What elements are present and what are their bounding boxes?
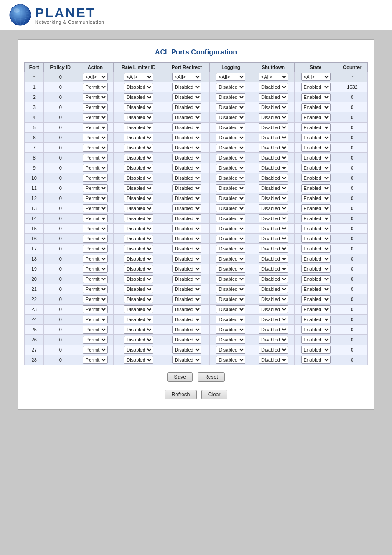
state-cell[interactable]: EnabledDisabled <box>295 123 337 133</box>
redirect-select[interactable]: Disabled <box>172 113 201 121</box>
redirect-cell[interactable]: Disabled <box>164 234 209 244</box>
shutdown-select[interactable]: Disabled <box>259 255 288 263</box>
logging-cell[interactable]: Disabled <box>210 305 252 315</box>
state-select[interactable]: EnabledDisabled <box>301 113 331 121</box>
state-cell[interactable]: EnabledDisabled <box>295 345 337 355</box>
state-cell[interactable]: EnabledDisabled <box>295 193 337 203</box>
action-cell[interactable]: PermitDeny <box>77 82 114 92</box>
redirect-cell[interactable]: Disabled <box>164 284 209 294</box>
shutdown-select[interactable]: Disabled <box>259 174 288 182</box>
redirect-select[interactable]: Disabled <box>172 265 201 273</box>
redirect-cell[interactable]: Disabled <box>164 102 209 112</box>
redirect-cell[interactable]: Disabled <box>164 335 209 345</box>
action-cell[interactable]: PermitDeny <box>77 274 114 284</box>
action-cell[interactable]: PermitDeny <box>77 153 114 163</box>
logging-select[interactable]: Disabled <box>216 144 245 152</box>
state-cell[interactable]: EnabledDisabled <box>295 143 337 153</box>
action-select[interactable]: PermitDeny <box>83 194 108 202</box>
state-cell[interactable]: EnabledDisabled <box>295 305 337 315</box>
state-cell[interactable]: EnabledDisabled <box>295 325 337 335</box>
logging-select[interactable]: Disabled <box>216 225 245 232</box>
logging-cell[interactable]: Disabled <box>210 254 252 264</box>
clear-button[interactable]: Clear <box>201 390 227 399</box>
logging-select[interactable]: Disabled <box>216 336 245 344</box>
state-select[interactable]: EnabledDisabled <box>301 123 331 131</box>
shutdown-cell[interactable]: Disabled <box>252 102 295 112</box>
logging-select[interactable]: Disabled <box>216 275 245 283</box>
redirect-cell[interactable]: Disabled <box>164 244 209 254</box>
action-select[interactable]: PermitDeny <box>83 316 108 323</box>
redirect-cell[interactable]: Disabled <box>164 274 209 284</box>
logging-cell[interactable]: Disabled <box>210 102 252 112</box>
state-select[interactable]: EnabledDisabled <box>301 83 331 91</box>
action-cell[interactable]: PermitDeny <box>77 254 114 264</box>
shutdown-cell[interactable]: Disabled <box>252 284 295 294</box>
shutdown-select[interactable]: Disabled <box>259 245 288 253</box>
action-select[interactable]: PermitDeny <box>83 275 108 283</box>
shutdown-select[interactable]: Disabled <box>259 194 288 202</box>
shutdown-select[interactable]: Disabled <box>259 275 288 283</box>
logging-select[interactable]: Disabled <box>216 154 245 162</box>
action-cell[interactable]: PermitDeny <box>77 224 114 234</box>
state-cell[interactable]: EnabledDisabled <box>295 335 337 345</box>
rate-select[interactable]: Disabled <box>124 83 153 91</box>
rate-select[interactable]: Disabled <box>124 184 153 192</box>
logging-cell[interactable]: Disabled <box>210 214 252 224</box>
state-select[interactable]: EnabledDisabled <box>301 305 331 313</box>
shutdown-cell[interactable]: Disabled <box>252 193 295 203</box>
rate-cell[interactable]: Disabled <box>113 123 164 133</box>
star-redirect[interactable]: <All>Disabled <box>164 72 209 82</box>
rate-select[interactable]: Disabled <box>124 123 153 131</box>
logging-cell[interactable]: Disabled <box>210 92 252 102</box>
redirect-cell[interactable]: Disabled <box>164 112 209 123</box>
shutdown-cell[interactable]: Disabled <box>252 315 295 325</box>
shutdown-cell[interactable]: Disabled <box>252 214 295 224</box>
state-cell[interactable]: EnabledDisabled <box>295 92 337 102</box>
logging-select[interactable]: Disabled <box>216 214 245 222</box>
state-select[interactable]: EnabledDisabled <box>301 103 331 111</box>
rate-cell[interactable]: Disabled <box>113 133 164 143</box>
action-select[interactable]: PermitDeny <box>83 245 108 253</box>
state-cell[interactable]: EnabledDisabled <box>295 203 337 214</box>
state-cell[interactable]: EnabledDisabled <box>295 82 337 92</box>
state-select[interactable]: EnabledDisabled <box>301 214 331 222</box>
rate-select[interactable]: Disabled <box>124 204 153 212</box>
rate-cell[interactable]: Disabled <box>113 92 164 102</box>
action-cell[interactable]: PermitDeny <box>77 345 114 355</box>
logging-select[interactable]: Disabled <box>216 194 245 202</box>
redirect-cell[interactable]: Disabled <box>164 92 209 102</box>
shutdown-cell[interactable]: Disabled <box>252 203 295 214</box>
rate-cell[interactable]: Disabled <box>113 183 164 193</box>
action-cell[interactable]: PermitDeny <box>77 315 114 325</box>
logging-select[interactable]: Disabled <box>216 174 245 182</box>
star-redirect-select[interactable]: <All>Disabled <box>172 73 201 81</box>
state-select[interactable]: EnabledDisabled <box>301 225 331 232</box>
redirect-select[interactable]: Disabled <box>172 144 201 152</box>
shutdown-cell[interactable]: Disabled <box>252 305 295 315</box>
redirect-select[interactable]: Disabled <box>172 174 201 182</box>
star-shutdown-select[interactable]: <All>Disabled <box>259 73 288 81</box>
rate-select[interactable]: Disabled <box>124 255 153 263</box>
state-cell[interactable]: EnabledDisabled <box>295 264 337 274</box>
state-select[interactable]: EnabledDisabled <box>301 174 331 182</box>
shutdown-select[interactable]: Disabled <box>259 346 288 354</box>
rate-select[interactable]: Disabled <box>124 265 153 273</box>
state-cell[interactable]: EnabledDisabled <box>295 112 337 123</box>
rate-cell[interactable]: Disabled <box>113 143 164 153</box>
state-select[interactable]: EnabledDisabled <box>301 204 331 212</box>
action-cell[interactable]: PermitDeny <box>77 193 114 203</box>
shutdown-select[interactable]: Disabled <box>259 214 288 222</box>
action-cell[interactable]: PermitDeny <box>77 133 114 143</box>
state-select[interactable]: EnabledDisabled <box>301 336 331 344</box>
state-cell[interactable]: EnabledDisabled <box>295 274 337 284</box>
action-select[interactable]: PermitDeny <box>83 285 108 293</box>
logging-select[interactable]: Disabled <box>216 235 245 243</box>
state-cell[interactable]: EnabledDisabled <box>295 102 337 112</box>
logging-cell[interactable]: Disabled <box>210 335 252 345</box>
action-cell[interactable]: PermitDeny <box>77 112 114 123</box>
rate-select[interactable]: Disabled <box>124 164 153 172</box>
star-shutdown[interactable]: <All>Disabled <box>252 72 295 82</box>
state-select[interactable]: EnabledDisabled <box>301 144 331 152</box>
state-select[interactable]: EnabledDisabled <box>301 316 331 323</box>
rate-select[interactable]: Disabled <box>124 316 153 323</box>
